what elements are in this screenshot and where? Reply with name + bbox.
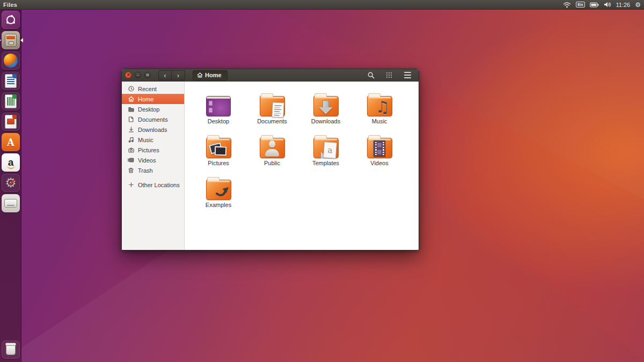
file-label: Templates	[312, 160, 339, 166]
file-view[interactable]: Desktop Documents Downloads	[185, 82, 419, 250]
file-item-documents[interactable]: Documents	[245, 88, 299, 130]
sidebar-item-recent[interactable]: Recent	[122, 84, 184, 94]
launcher-item-files[interactable]	[2, 31, 20, 49]
clock[interactable]: 11:26	[616, 2, 631, 8]
places-sidebar: Recent Home Desktop Documents Downloads	[122, 82, 185, 250]
launcher-spacer	[0, 213, 21, 339]
trash-icon	[6, 344, 16, 355]
launcher-item-libreoffice-writer[interactable]	[2, 72, 20, 90]
sidebar-item-downloads[interactable]: Downloads	[122, 124, 184, 135]
launcher-item-trash[interactable]	[2, 341, 20, 359]
download-icon	[128, 127, 134, 132]
launcher-item-dash[interactable]	[2, 11, 20, 29]
recent-icon	[128, 86, 134, 92]
firefox-icon	[4, 54, 18, 68]
document-icon	[128, 116, 134, 122]
calc-icon	[5, 94, 17, 108]
file-item-videos[interactable]: Videos	[353, 130, 406, 172]
photo-icon	[214, 146, 226, 156]
launcher-item-libreoffice-impress[interactable]	[2, 113, 20, 131]
grid-view-icon	[386, 72, 392, 78]
focused-indicator	[20, 38, 23, 42]
launcher-item-libreoffice-calc[interactable]	[2, 92, 20, 110]
launcher-item-firefox[interactable]	[2, 51, 20, 70]
sidebar-item-videos[interactable]: Videos	[122, 155, 184, 165]
sidebar-item-trash[interactable]: Trash	[122, 165, 184, 175]
file-label: Music	[372, 118, 387, 124]
forward-button[interactable]: ›	[172, 70, 185, 80]
files-window: ✕ – ‹ › Home	[121, 69, 419, 250]
files-icon	[5, 34, 17, 47]
launcher-item-ubuntu-software[interactable]: A	[2, 133, 20, 151]
video-icon	[128, 158, 134, 162]
menu-button[interactable]	[401, 70, 413, 80]
person-icon	[264, 141, 280, 157]
desktop-wallpaper: Files En 11:26 ⚙	[0, 0, 644, 362]
view-grid-button[interactable]	[383, 70, 395, 80]
file-item-templates[interactable]: a Templates	[299, 130, 353, 172]
location-label: Home	[205, 72, 222, 78]
battery-icon[interactable]	[590, 2, 599, 8]
sidebar-item-documents[interactable]: Documents	[122, 114, 184, 124]
file-label: Downloads	[311, 118, 340, 124]
file-item-pictures[interactable]: Pictures	[192, 130, 245, 172]
writer-icon	[5, 74, 17, 88]
launcher-item-system-settings[interactable]: ⚙	[2, 174, 20, 192]
amazon-icon: a	[8, 159, 14, 166]
sidebar-item-music[interactable]: Music	[122, 135, 184, 145]
file-label: Examples	[206, 202, 231, 208]
impress-icon	[5, 115, 17, 129]
symlink-arrow-icon	[216, 185, 229, 199]
volume-icon[interactable]	[604, 2, 611, 8]
music-note-icon: ♫	[376, 99, 390, 115]
session-gear-icon[interactable]: ⚙	[635, 2, 641, 8]
file-label: Documents	[257, 118, 287, 124]
sidebar-item-pictures[interactable]: Pictures	[122, 145, 184, 155]
unity-launcher: A a ⚙	[0, 10, 21, 362]
maximize-button[interactable]	[144, 72, 151, 78]
file-item-desktop[interactable]: Desktop	[192, 88, 245, 130]
document-overlay-icon	[272, 102, 284, 117]
system-settings-icon: ⚙	[5, 175, 17, 190]
search-button[interactable]	[365, 70, 377, 80]
home-icon	[197, 72, 203, 78]
file-item-public[interactable]: Public	[245, 130, 299, 172]
file-label: Pictures	[208, 160, 229, 166]
file-label: Videos	[370, 160, 388, 166]
ubuntu-software-icon: A	[7, 137, 14, 148]
sidebar-item-desktop[interactable]: Desktop	[122, 104, 184, 114]
launcher-item-amazon[interactable]: a	[2, 153, 20, 172]
folder-icon	[128, 107, 134, 112]
camera-icon	[128, 147, 134, 153]
file-item-downloads[interactable]: Downloads	[299, 88, 353, 130]
file-item-music[interactable]: ♫ Music	[353, 88, 406, 130]
icon-grid: Desktop Documents Downloads	[192, 88, 419, 214]
file-label: Desktop	[208, 118, 229, 124]
plus-icon	[128, 182, 134, 187]
file-item-examples[interactable]: Examples	[192, 172, 245, 214]
filmstrip-icon	[374, 141, 385, 157]
trash-icon	[128, 167, 134, 173]
headerbar: ✕ – ‹ › Home	[122, 69, 419, 82]
sidebar-separator	[122, 175, 184, 180]
desktop-icon	[206, 96, 231, 116]
appmenu-title[interactable]: Files	[0, 2, 17, 8]
launcher-item-disks[interactable]	[2, 194, 20, 212]
sidebar-item-other-locations[interactable]: Other Locations	[122, 180, 184, 190]
wifi-icon[interactable]	[563, 2, 571, 8]
ubuntu-logo-icon	[6, 16, 15, 24]
back-button[interactable]: ‹	[158, 70, 172, 80]
template-paper-icon: a	[323, 142, 336, 159]
hamburger-menu-icon	[404, 72, 411, 78]
sidebar-item-home[interactable]: Home	[122, 94, 184, 104]
music-note-icon	[128, 137, 134, 143]
minimize-button[interactable]: –	[135, 72, 141, 78]
location-breadcrumb[interactable]: Home	[193, 70, 228, 80]
search-icon	[368, 72, 375, 79]
keyboard-layout-indicator[interactable]: En	[576, 2, 584, 8]
disk-icon	[4, 199, 17, 208]
home-icon	[128, 96, 134, 102]
close-button[interactable]: ✕	[125, 72, 131, 78]
file-label: Public	[264, 160, 280, 166]
running-indicator	[0, 38, 1, 42]
